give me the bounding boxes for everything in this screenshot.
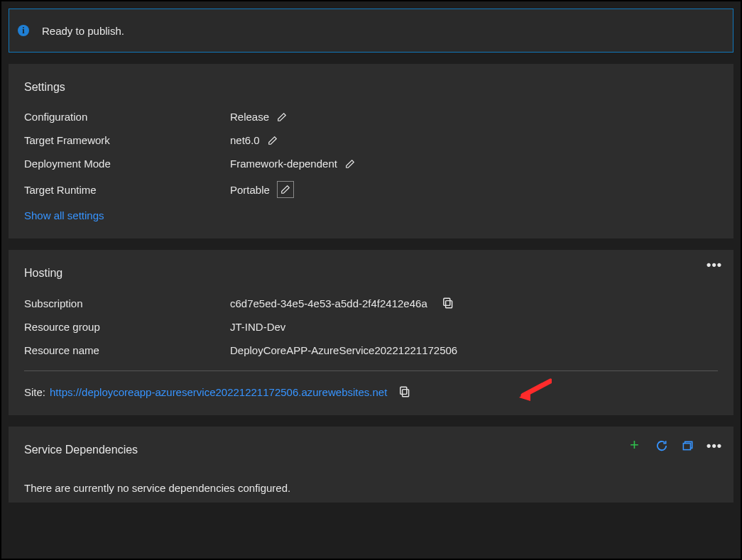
setting-label: Target Framework [24,134,230,146]
status-notice: i Ready to publish. [9,9,733,53]
status-message: Ready to publish. [42,25,124,37]
hosting-label: Subscription [24,297,230,309]
setting-label: Deployment Mode [24,158,230,170]
show-all-settings-link[interactable]: Show all settings [24,209,104,221]
info-icon: i [18,25,29,36]
setting-row-deployment-mode: Deployment Mode Framework-dependent [24,158,718,170]
svg-rect-4 [683,444,690,450]
refresh-button[interactable] [655,439,668,452]
hosting-more-button[interactable]: ••• [706,260,722,270]
setting-row-target-runtime: Target Runtime Portable [24,181,718,198]
site-row: Site: https://deploycoreapp-azureservice… [24,385,718,398]
deps-empty-message: There are currently no service dependenc… [24,482,718,494]
edit-icon[interactable] [344,158,356,170]
setting-value: Release [230,111,269,123]
site-label: Site: [24,386,45,398]
hosting-label: Resource group [24,321,230,333]
settings-panel: Settings Configuration Release Target Fr… [9,64,733,238]
setting-label: Target Runtime [24,184,230,196]
settings-title: Settings [24,81,718,94]
setting-row-configuration: Configuration Release [24,111,718,123]
svg-rect-2 [403,390,409,397]
hosting-row-resource-group: Resource group JT-IND-Dev [24,321,718,333]
setting-value: net6.0 [230,134,260,146]
hosting-label: Resource name [24,344,230,356]
setting-value: Framework-dependent [230,158,337,170]
svg-rect-0 [445,301,452,308]
setting-label: Configuration [24,111,230,123]
edit-icon[interactable] [267,135,278,146]
site-url-link[interactable]: https://deploycoreapp-azureservice202212… [50,386,387,398]
svg-rect-3 [400,387,407,394]
copy-icon[interactable] [398,385,411,398]
hosting-value: c6d7e5ed-34e5-4e53-a5dd-2f4f2412e46a [230,297,427,309]
edit-icon[interactable] [276,111,288,123]
add-dependency-button[interactable]: + [630,439,643,452]
setting-value: Portable [230,184,270,196]
hosting-row-resource-name: Resource name DeployCoreAPP-AzureService… [24,344,718,356]
restore-panel-button[interactable] [681,439,694,452]
deps-more-button[interactable]: ••• [706,441,722,451]
deps-toolbar: + ••• [630,439,722,452]
hosting-row-subscription: Subscription c6d7e5ed-34e5-4e53-a5dd-2f4… [24,297,718,309]
svg-rect-1 [444,298,450,305]
annotation-arrow-icon [516,378,552,406]
setting-row-target-framework: Target Framework net6.0 [24,134,718,146]
service-dependencies-panel: + ••• Service Dependencies There are cur… [9,427,733,503]
deps-title: Service Dependencies [24,444,718,456]
copy-icon[interactable] [442,297,454,309]
hosting-value: JT-IND-Dev [230,321,285,333]
edit-icon[interactable] [277,181,294,198]
divider [24,370,718,371]
hosting-title: Hosting [24,267,718,280]
hosting-value: DeployCoreAPP-AzureService20221221172506 [230,344,457,356]
hosting-panel: ••• Hosting Subscription c6d7e5ed-34e5-4… [9,250,733,415]
